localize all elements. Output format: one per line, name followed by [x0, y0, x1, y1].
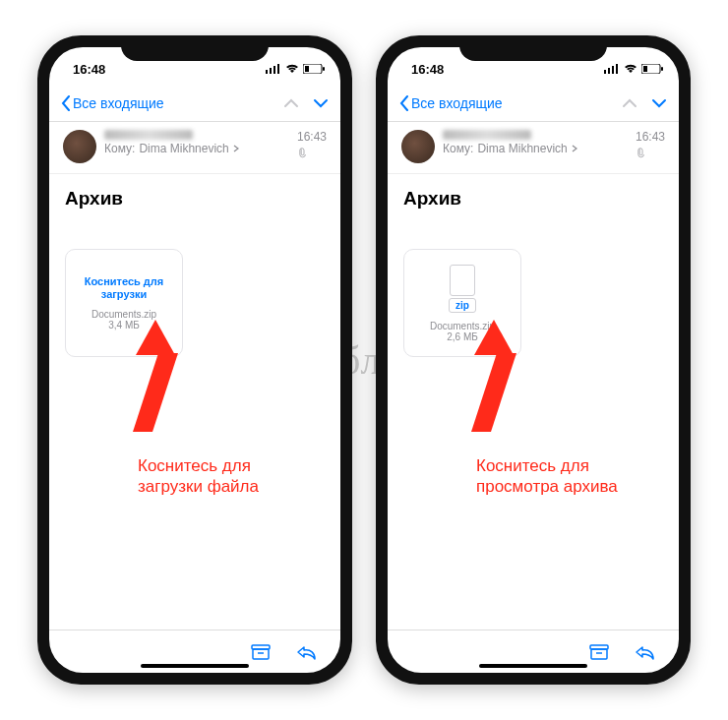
- message-time: 16:43: [636, 130, 665, 144]
- callout-text: Коснитесь для загрузки файла: [138, 455, 259, 498]
- back-label: Все входящие: [73, 95, 164, 111]
- nav-bar: Все входящие: [388, 85, 679, 122]
- reply-button[interactable]: [634, 643, 655, 661]
- document-icon: [450, 265, 475, 296]
- prev-message-button[interactable]: [283, 98, 299, 108]
- back-button[interactable]: Все входящие: [399, 95, 503, 111]
- sender-blurred: [443, 130, 531, 140]
- back-label: Все входящие: [411, 95, 503, 111]
- avatar[interactable]: [63, 130, 96, 163]
- callout-arrow: [474, 320, 514, 355]
- home-indicator[interactable]: [479, 664, 587, 668]
- wifi-icon: [624, 64, 637, 74]
- battery-icon: [641, 64, 663, 74]
- back-button[interactable]: Все входящие: [61, 95, 164, 111]
- phone-frame: 16:48 Все входящие: [37, 35, 352, 685]
- to-name: Dima Mikhnevich: [477, 142, 567, 155]
- attachment-icon: [297, 148, 327, 159]
- attachment-filename: Documents.zip: [91, 309, 156, 320]
- subject: Архив: [388, 174, 679, 210]
- svg-rect-2: [273, 66, 275, 74]
- screen: 16:48 Все входящие: [49, 47, 340, 673]
- recipient-row[interactable]: Кому: Dima Mikhnevich: [443, 142, 628, 155]
- archive-button[interactable]: [588, 643, 610, 661]
- avatar[interactable]: [401, 130, 435, 163]
- chevron-left-icon: [61, 95, 71, 111]
- attachment-icon: [636, 148, 665, 159]
- chevron-right-icon: [572, 145, 577, 152]
- status-time: 16:48: [411, 62, 444, 77]
- to-name: Dima Mikhnevich: [139, 142, 228, 155]
- notch: [121, 35, 269, 61]
- message-body: zip Documents.zip 2,6 МБ Коснитесь для п…: [388, 210, 679, 630]
- file-badge: zip: [449, 298, 476, 313]
- svg-rect-0: [266, 70, 268, 74]
- wifi-icon: [285, 64, 299, 74]
- chevron-left-icon: [399, 95, 409, 111]
- recipient-row[interactable]: Кому: Dima Mikhnevich: [104, 142, 289, 155]
- svg-rect-13: [616, 64, 618, 74]
- home-indicator[interactable]: [141, 664, 249, 668]
- signal-icon: [266, 64, 281, 74]
- prev-message-button[interactable]: [622, 98, 637, 108]
- message-body: Коснитесь для загрузки Documents.zip 3,4…: [49, 210, 340, 630]
- to-prefix: Кому:: [443, 142, 473, 155]
- svg-rect-15: [661, 67, 663, 71]
- svg-rect-18: [591, 649, 607, 659]
- callout-text: Коснитесь для просмотра архива: [476, 455, 618, 498]
- battery-icon: [303, 64, 325, 74]
- message-header: Кому: Dima Mikhnevich 16:43: [49, 122, 340, 174]
- message-time: 16:43: [297, 130, 327, 144]
- status-time: 16:48: [73, 62, 105, 77]
- svg-rect-10: [604, 70, 606, 74]
- to-prefix: Кому:: [104, 142, 135, 155]
- screen: 16:48 Все входящие: [388, 47, 679, 673]
- svg-rect-8: [253, 649, 269, 659]
- svg-rect-1: [270, 68, 272, 74]
- next-message-button[interactable]: [651, 98, 667, 108]
- notch: [459, 35, 607, 61]
- next-message-button[interactable]: [313, 98, 329, 108]
- tap-to-download-line2: загрузки: [85, 288, 164, 301]
- svg-rect-11: [608, 68, 610, 74]
- message-header: Кому: Dima Mikhnevich 16:43: [388, 122, 679, 174]
- sender-blurred: [104, 130, 193, 140]
- svg-rect-3: [277, 64, 279, 74]
- svg-rect-5: [323, 67, 325, 71]
- chevron-right-icon: [233, 145, 239, 152]
- svg-rect-16: [643, 66, 647, 72]
- svg-rect-6: [305, 66, 309, 72]
- callout-arrow: [136, 320, 175, 355]
- phone-frame: 16:48 Все входящие: [376, 35, 691, 685]
- archive-button[interactable]: [250, 643, 272, 661]
- reply-button[interactable]: [295, 643, 317, 661]
- nav-bar: Все входящие: [49, 85, 340, 122]
- tap-to-download-line1: Коснитесь для: [85, 275, 164, 288]
- svg-rect-12: [612, 66, 614, 74]
- subject: Архив: [49, 174, 340, 210]
- signal-icon: [604, 64, 620, 74]
